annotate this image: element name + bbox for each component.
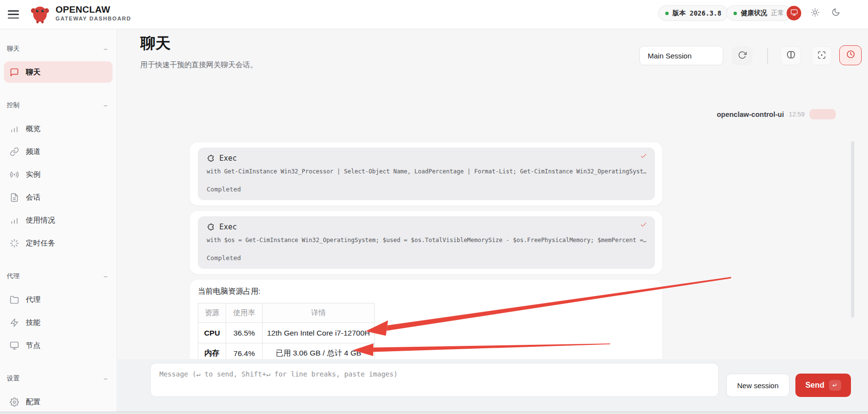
avatar — [810, 109, 836, 119]
status-dot — [665, 12, 669, 15]
section-title: 代理 — [7, 272, 19, 281]
table-header: 详情 — [263, 303, 375, 323]
new-session-button[interactable]: New session — [726, 374, 790, 397]
refresh-button[interactable] — [732, 46, 752, 65]
message-input[interactable] — [150, 363, 719, 397]
gear-icon — [10, 397, 19, 407]
message-time: 12:59 — [789, 111, 805, 118]
send-button[interactable]: Send ↵ — [795, 374, 851, 397]
sidebar-item-cron[interactable]: 定时任务 — [4, 232, 113, 254]
clock-button[interactable] — [839, 45, 862, 65]
tool-name: Exec — [219, 154, 237, 163]
tool-status: Completed — [207, 186, 646, 193]
sidebar-item-label: 聊天 — [26, 68, 40, 77]
collapse-icon[interactable]: − — [103, 272, 108, 281]
moon-icon[interactable] — [829, 6, 843, 20]
tool-success-check — [640, 221, 647, 230]
sidebar-section: 控制−概览频道实例会话使用情况定时任务 — [0, 100, 116, 254]
top-header: OPENCLAW GATEWAY DASHBOARD 版本 2026.3.8 健… — [0, 0, 868, 29]
sidebar-item-label: 节点 — [26, 341, 40, 350]
sidebar-item-nodes[interactable]: 节点 — [4, 335, 113, 356]
divider — [767, 48, 768, 64]
resource-table: 资源使用率详情CPU36.5%12th Gen Intel Core i7-12… — [198, 303, 375, 364]
scan-icon — [817, 51, 826, 59]
zap-icon — [10, 318, 19, 327]
sidebar-section: 聊天−聊天 — [0, 44, 116, 83]
chat-icon — [10, 68, 19, 77]
hamburger-icon[interactable] — [8, 10, 19, 19]
table-row: CPU36.5%12th Gen Intel Core i7-12700H — [198, 323, 375, 343]
sidebar-item-chat[interactable]: 聊天 — [4, 61, 113, 83]
section-title: 设置 — [7, 374, 19, 383]
status-dot — [733, 12, 737, 15]
sidebar-item-channels[interactable]: 频道 — [4, 141, 113, 162]
link-icon — [10, 147, 19, 156]
scrollbar-thumb[interactable] — [851, 141, 854, 318]
health-badge: 健康状况 正常 — [726, 5, 791, 21]
sidebar-item-label: 概览 — [26, 124, 40, 133]
message-bubble-tool: Execwith $os = Get-CimInstance Win32_Ope… — [189, 210, 663, 275]
badge-label: 版本 — [673, 9, 686, 18]
sidebar-section: 设置−配置 — [0, 374, 116, 413]
tool-command: with $os = Get-CimInstance Win32_Operati… — [207, 237, 646, 244]
bar-chart-icon — [10, 124, 19, 133]
sidebar-item-label: 定时任务 — [26, 239, 55, 248]
display-icon[interactable] — [787, 6, 801, 20]
folder-icon — [10, 295, 19, 304]
sidebar-item-usage[interactable]: 使用情况 — [4, 209, 113, 231]
clock-icon — [846, 50, 855, 59]
brand: OPENCLAW GATEWAY DASHBOARD — [56, 5, 131, 21]
sun-icon[interactable] — [808, 6, 822, 20]
file-icon — [10, 193, 19, 202]
broadcast-icon — [10, 170, 19, 179]
sidebar-nav: 聊天−聊天控制−概览频道实例会话使用情况定时任务代理−代理技能节点设置−配置 — [0, 44, 116, 413]
crab-mascot-icon — [30, 4, 50, 25]
brain-icon — [786, 50, 796, 60]
scan-button[interactable] — [811, 46, 832, 65]
sidebar-item-skills[interactable]: 技能 — [4, 312, 113, 333]
send-label: Send — [805, 381, 824, 390]
sidebar-item-label: 使用情况 — [26, 216, 55, 225]
sidebar-section-label: 代理− — [0, 271, 116, 281]
message-header: openclaw-control-ui 12:59 — [717, 109, 836, 119]
message-bubble: 当前电脑资源占用: 资源使用率详情CPU36.5%12th Gen Intel … — [189, 279, 663, 372]
monitor-icon — [10, 341, 19, 350]
sidebar-item-config[interactable]: 配置 — [4, 391, 113, 413]
sidebar-item-sessions[interactable]: 会话 — [4, 187, 113, 208]
collapse-icon[interactable]: − — [103, 101, 108, 110]
bar-chart-icon — [10, 216, 19, 225]
message-author: openclaw-control-ui — [717, 111, 784, 118]
sidebar-section: 代理−代理技能节点 — [0, 271, 116, 356]
section-title: 控制 — [7, 101, 19, 110]
tool-command: with Get-CimInstance Win32_Processor | S… — [207, 168, 646, 175]
table-header: 资源 — [198, 303, 226, 323]
brain-button[interactable] — [780, 46, 801, 65]
sidebar-item-instances[interactable]: 实例 — [4, 164, 113, 185]
sidebar-item-label: 会话 — [26, 193, 40, 202]
sidebar-item-agents[interactable]: 代理 — [4, 289, 113, 310]
brand-subtitle: GATEWAY DASHBOARD — [56, 16, 131, 21]
return-key-icon: ↵ — [829, 380, 841, 391]
sidebar-item-label: 频道 — [26, 147, 40, 156]
tool-name: Exec — [219, 223, 237, 231]
check-icon — [640, 152, 647, 160]
refresh-icon — [738, 51, 747, 59]
message-text: 当前电脑资源占用: — [198, 286, 654, 297]
collapse-icon[interactable]: − — [103, 375, 108, 383]
sidebar-section-label: 设置− — [0, 374, 116, 383]
sidebar-item-label: 实例 — [26, 170, 40, 179]
sun-icon — [810, 8, 820, 17]
session-name-input[interactable] — [639, 46, 723, 65]
version-badge: 版本 2026.3.8 — [658, 5, 729, 21]
collapse-icon[interactable]: − — [103, 45, 108, 53]
tool-call-header: Exec — [207, 223, 646, 231]
tool-status: Completed — [207, 254, 646, 262]
monitor-icon — [791, 9, 798, 16]
moon-icon — [831, 8, 840, 17]
tool-call-header: Exec — [207, 154, 646, 163]
badge-label: 健康状况 — [741, 9, 767, 18]
page-subtitle: 用于快速干预的直接网关聊天会话。 — [140, 60, 257, 70]
app-window: OPENCLAW GATEWAY DASHBOARD 版本 2026.3.8 健… — [0, 0, 868, 414]
sidebar-item-label: 技能 — [26, 318, 40, 327]
sidebar-item-overview[interactable]: 概览 — [4, 118, 113, 139]
